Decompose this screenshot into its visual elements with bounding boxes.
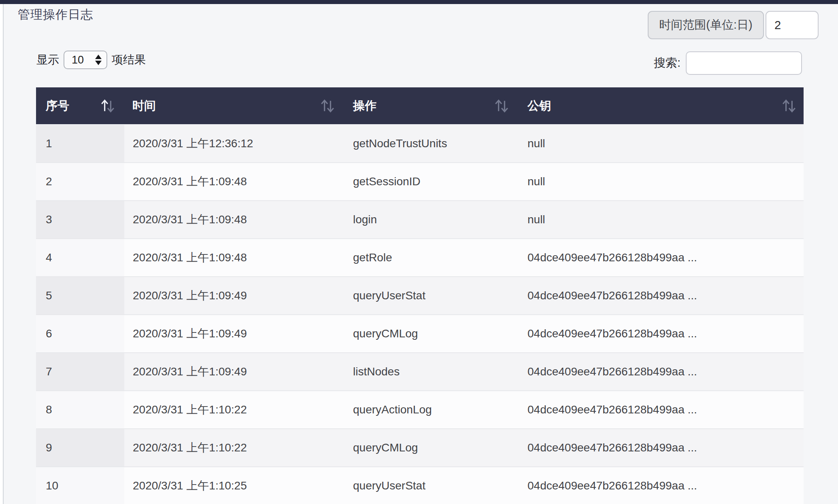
cell-index: 6 [36, 315, 124, 353]
cell-index: 3 [36, 201, 124, 239]
sort-icon[interactable] [100, 98, 115, 114]
cell-index: 9 [36, 429, 124, 467]
column-header-label: 公钥 [527, 98, 551, 114]
cell-index: 8 [36, 391, 124, 429]
cell-action: queryActionLog [347, 391, 521, 429]
column-header-2[interactable]: 时间 [124, 87, 347, 125]
cell-time: 2020/3/31 上午1:09:49 [124, 353, 347, 391]
cell-time: 2020/3/31 上午1:10:25 [124, 467, 347, 504]
cell-pubkey: 04dce409ee47b266128b499aa ... [521, 353, 804, 391]
cell-index: 2 [36, 163, 124, 201]
cell-index: 5 [36, 277, 124, 315]
cell-time: 2020/3/31 上午1:10:22 [124, 391, 347, 429]
cell-action: queryUserStat [347, 277, 521, 315]
select-spinner-icon [95, 55, 102, 65]
search-input[interactable] [686, 51, 802, 75]
cell-action: listNodes [347, 353, 521, 391]
cell-time: 2020/3/31 上午1:09:49 [124, 315, 347, 353]
table-row: 4 2020/3/31 上午1:09:48 getRole 04dce409ee… [36, 239, 804, 277]
cell-pubkey: 04dce409ee47b266128b499aa ... [521, 391, 804, 429]
cell-action: getSessionID [347, 163, 521, 201]
table-header-row: 序号 时间 操作 公钥 [36, 87, 804, 125]
cell-action: getRole [347, 239, 521, 277]
cell-action: queryUserStat [347, 467, 521, 504]
sort-icon[interactable] [494, 98, 509, 114]
page-size-value: 10 [72, 54, 84, 66]
sort-icon[interactable] [782, 98, 796, 114]
cell-pubkey: 04dce409ee47b266128b499aa ... [521, 277, 804, 315]
column-header-label: 时间 [132, 98, 156, 114]
select-down-arrow-icon [95, 61, 102, 65]
cell-pubkey: 04dce409ee47b266128b499aa ... [521, 429, 804, 467]
cell-index: 7 [36, 353, 124, 391]
table-row: 7 2020/3/31 上午1:09:49 listNodes 04dce409… [36, 353, 804, 391]
page-title: 管理操作日志 [18, 6, 93, 23]
cell-pubkey: 04dce409ee47b266128b499aa ... [521, 467, 804, 504]
cell-index: 1 [36, 125, 124, 163]
cell-action: queryCMLog [347, 315, 521, 353]
cell-time: 2020/3/31 上午12:36:12 [124, 125, 347, 163]
table-row: 10 2020/3/31 上午1:10:25 queryUserStat 04d… [36, 467, 804, 504]
cell-action: queryCMLog [347, 429, 521, 467]
table-row: 8 2020/3/31 上午1:10:22 queryActionLog 04d… [36, 391, 804, 429]
table-header: 序号 时间 操作 公钥 [36, 87, 804, 125]
results-label: 项结果 [112, 52, 146, 68]
cell-action: getNodeTrustUnits [347, 125, 521, 163]
cell-pubkey: null [521, 163, 804, 201]
page-size-controls: 显示 10 项结果 [36, 50, 146, 70]
cell-pubkey: 04dce409ee47b266128b499aa ... [521, 315, 804, 353]
operation-log-table: 序号 时间 操作 公钥 [36, 87, 804, 504]
cell-pubkey: 04dce409ee47b266128b499aa ... [521, 239, 804, 277]
cell-pubkey: null [521, 125, 804, 163]
page-size-select[interactable]: 10 [64, 51, 107, 69]
cell-index: 4 [36, 239, 124, 277]
cell-time: 2020/3/31 上午1:10:22 [124, 429, 347, 467]
column-header-4[interactable]: 公钥 [521, 87, 804, 125]
show-label: 显示 [36, 52, 59, 68]
left-gutter [0, 4, 3, 504]
select-up-arrow-icon [95, 55, 102, 59]
table-row: 2 2020/3/31 上午1:09:48 getSessionID null [36, 163, 804, 201]
column-header-label: 操作 [353, 98, 376, 114]
cell-index: 10 [36, 467, 124, 504]
time-range-value-input[interactable] [766, 11, 819, 39]
column-header-label: 序号 [46, 98, 69, 114]
time-range-group: 时间范围(单位:日) [648, 11, 819, 39]
cell-time: 2020/3/31 上午1:09:48 [124, 201, 347, 239]
table-row: 5 2020/3/31 上午1:09:49 queryUserStat 04dc… [36, 277, 804, 315]
cell-time: 2020/3/31 上午1:09:48 [124, 239, 347, 277]
top-bar [0, 0, 838, 4]
cell-action: login [347, 201, 521, 239]
time-range-label: 时间范围(单位:日) [648, 11, 764, 39]
search-controls: 搜索: [654, 51, 802, 75]
table-body: 1 2020/3/31 上午12:36:12 getNodeTrustUnits… [36, 125, 804, 504]
table-row: 3 2020/3/31 上午1:09:48 login null [36, 201, 804, 239]
table-row: 1 2020/3/31 上午12:36:12 getNodeTrustUnits… [36, 125, 804, 163]
cell-time: 2020/3/31 上午1:09:48 [124, 163, 347, 201]
column-header-3[interactable]: 操作 [347, 87, 521, 125]
table-row: 6 2020/3/31 上午1:09:49 queryCMLog 04dce40… [36, 315, 804, 353]
cell-time: 2020/3/31 上午1:09:49 [124, 277, 347, 315]
sort-icon[interactable] [320, 98, 335, 114]
cell-pubkey: null [521, 201, 804, 239]
search-label: 搜索: [654, 55, 681, 71]
column-header-1[interactable]: 序号 [36, 87, 124, 125]
table-row: 9 2020/3/31 上午1:10:22 queryCMLog 04dce40… [36, 429, 804, 467]
left-panel-divider [3, 4, 4, 504]
